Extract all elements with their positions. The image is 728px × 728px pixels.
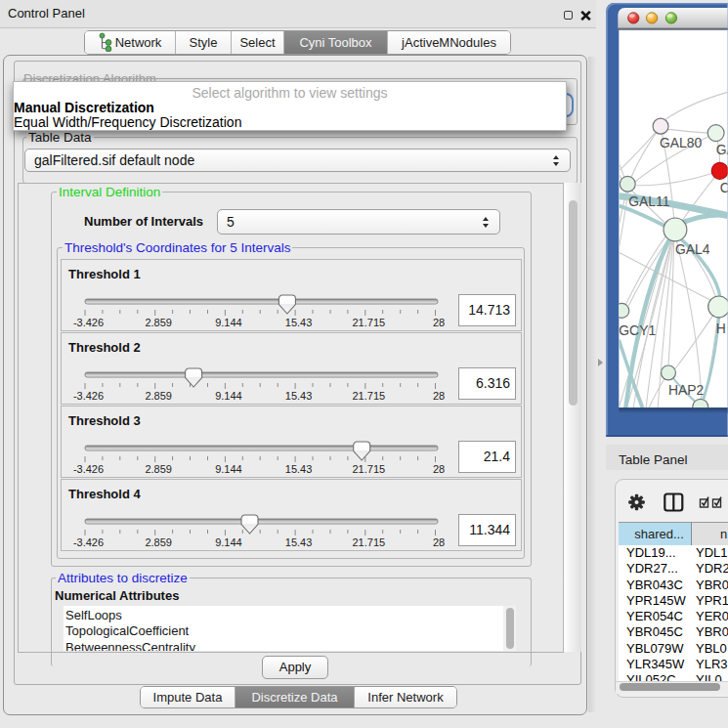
- svg-text:GCY1: GCY1: [619, 322, 656, 338]
- svg-text:GA: GA: [716, 142, 728, 157]
- svg-text:GAL11: GAL11: [628, 193, 669, 209]
- svg-text:H: H: [716, 321, 726, 336]
- svg-text:C: C: [720, 180, 728, 195]
- svg-text:HAP2: HAP2: [668, 382, 705, 398]
- svg-text:GAL4: GAL4: [675, 241, 710, 257]
- svg-text:GAL80: GAL80: [660, 135, 703, 150]
